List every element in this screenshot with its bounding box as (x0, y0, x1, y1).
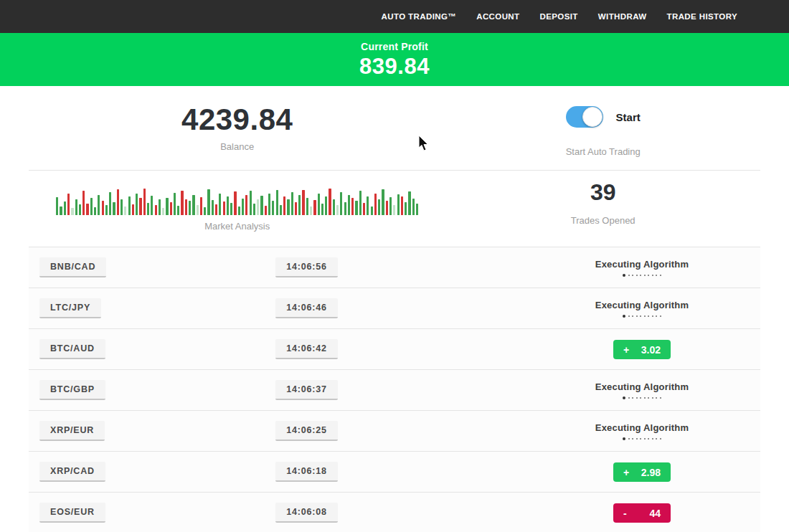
market-bar (260, 196, 263, 215)
time-chip[interactable]: 14:06:37 (275, 380, 337, 400)
stats-section: 4239.84 Balance Start Start Auto Trading (29, 86, 760, 170)
time-chip[interactable]: 14:06:56 (275, 257, 337, 277)
market-bar (215, 204, 217, 215)
market-bar (238, 206, 240, 215)
market-bar (79, 204, 81, 215)
market-bar (363, 203, 365, 215)
market-bar (242, 199, 244, 215)
market-bar (223, 201, 225, 215)
market-bar (250, 191, 252, 215)
market-bar (102, 201, 104, 215)
nav-item-trade-history[interactable]: TRADE HISTORY (667, 12, 738, 21)
market-bar (204, 207, 206, 215)
time-chip[interactable]: 14:06:46 (275, 298, 337, 318)
market-analysis-label: Market Analysis (29, 221, 445, 232)
market-bar (397, 194, 400, 215)
badge-value: 44 (649, 508, 661, 519)
pair-chip[interactable]: BTC/GBP (39, 380, 105, 400)
market-bar (189, 201, 191, 215)
market-bar (272, 201, 274, 215)
time-chip[interactable]: 14:06:18 (275, 462, 337, 482)
nav-item-deposit[interactable]: DEPOSIT (540, 12, 578, 21)
progress-dots-icon (623, 315, 661, 318)
balance-block: 4239.84 Balance (29, 86, 445, 170)
market-bar (245, 195, 247, 215)
market-section: Market Analysis 39 Trades Opened (29, 171, 760, 247)
market-bar (283, 196, 285, 215)
pair-chip[interactable]: BNB/CAD (39, 257, 106, 277)
market-bar (321, 204, 323, 215)
nav-item-withdraw[interactable]: WITHDRAW (598, 12, 647, 21)
time-chip[interactable]: 14:06:25 (275, 421, 337, 441)
progress-dots-icon (623, 274, 661, 277)
market-bar (367, 196, 369, 215)
market-bar (185, 199, 187, 215)
time-chip[interactable]: 14:06:08 (275, 503, 337, 523)
market-bar (291, 192, 293, 215)
trade-status: Executing Algorithm (563, 411, 721, 452)
market-bar (219, 194, 221, 215)
market-bar (159, 199, 161, 215)
market-bar (340, 192, 342, 215)
auto-trading-block: Start Start Auto Trading (445, 86, 760, 170)
trade-row: EOS/EUR 14:06:08 -44 (29, 492, 760, 532)
market-bar (412, 199, 415, 215)
market-bar (207, 189, 209, 215)
market-bar (359, 191, 362, 215)
market-bar (109, 192, 111, 215)
trade-status: Executing Algorithm (563, 288, 721, 329)
market-bar (348, 195, 350, 215)
progress-dots-icon (623, 437, 661, 440)
auto-trading-app: AUTO TRADING™ACCOUNTDEPOSITWITHDRAWTRADE… (0, 0, 789, 532)
market-bar (94, 207, 96, 215)
market-bar (60, 206, 62, 215)
profit-banner: Current Profit 839.84 (0, 33, 789, 86)
nav-item-account[interactable]: ACCOUNT (476, 12, 519, 21)
market-bar (374, 194, 377, 215)
pair-chip[interactable]: LTC/JPY (39, 298, 101, 318)
market-bar (177, 206, 179, 215)
main-content: 4239.84 Balance Start Start Auto Trading… (0, 86, 789, 532)
market-bar (371, 206, 373, 215)
nav-item-auto-trading[interactable]: AUTO TRADING™ (382, 12, 457, 21)
market-bar (155, 205, 157, 215)
top-nav: AUTO TRADING™ACCOUNTDEPOSITWITHDRAWTRADE… (0, 0, 789, 33)
badge-sign: + (623, 344, 629, 356)
market-bar (174, 193, 176, 215)
market-bar (212, 200, 214, 215)
pair-chip[interactable]: XRP/EUR (39, 421, 105, 441)
market-bar (197, 205, 199, 215)
executing-label: Executing Algorithm (595, 300, 689, 310)
pair-chip[interactable]: EOS/EUR (39, 503, 105, 523)
market-bar (162, 208, 164, 215)
market-bar (295, 202, 297, 215)
pair-chip[interactable]: BTC/AUD (39, 339, 105, 359)
toggle-label: Start (616, 111, 641, 123)
market-bar (105, 205, 108, 215)
executing-label: Executing Algorithm (595, 381, 689, 392)
auto-trading-toggle[interactable] (566, 106, 603, 128)
time-chip[interactable]: 14:06:42 (275, 339, 337, 359)
market-bar (151, 196, 153, 215)
pair-chip[interactable]: XRP/CAD (39, 462, 105, 482)
trade-row: XRP/CAD 14:06:18 +2.98 (29, 451, 760, 492)
market-bar (329, 189, 331, 215)
market-bar (132, 204, 134, 215)
market-bar (82, 191, 85, 215)
market-bar (306, 198, 308, 215)
badge-value: 3.02 (641, 344, 661, 356)
loss-badge: -44 (613, 503, 671, 523)
market-analysis-chart (56, 186, 418, 215)
market-analysis-block: Market Analysis (29, 171, 445, 247)
market-bar (318, 194, 320, 215)
market-bar (86, 204, 88, 215)
market-bar (98, 195, 100, 215)
market-bar (408, 191, 410, 215)
market-bar (124, 206, 126, 215)
market-bar (313, 200, 316, 215)
trade-row: BNB/CAD 14:06:56 Executing Algorithm (29, 247, 760, 288)
market-bar (287, 199, 289, 215)
trades-opened-block: 39 Trades Opened (445, 171, 760, 247)
market-bar (64, 201, 66, 215)
market-bar (386, 201, 388, 215)
